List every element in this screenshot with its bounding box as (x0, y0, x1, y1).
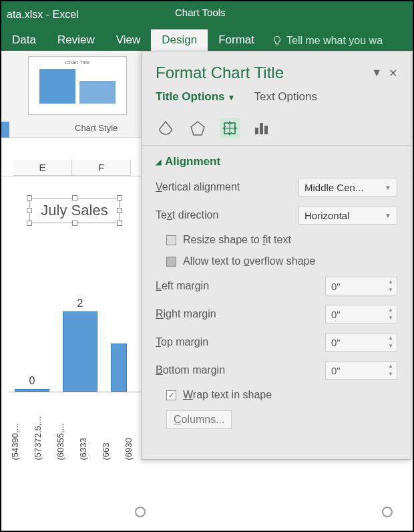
top-margin-spinner[interactable]: 0"▲▼ (325, 333, 397, 352)
close-icon[interactable]: ✕ (389, 67, 397, 80)
chart-handle[interactable] (135, 507, 146, 517)
resize-handle-s[interactable] (72, 221, 77, 226)
text-direction-dropdown[interactable]: Horizontal▼ (298, 206, 397, 225)
format-chart-title-pane: Format Chart Title ▼ ✕ Title Options▼ Te… (142, 51, 411, 460)
effects-icon[interactable] (188, 118, 208, 138)
pane-category-icons (142, 109, 411, 146)
resize-handle-nw[interactable] (27, 195, 32, 201)
wrap-text-checkbox[interactable]: Wrap text in shape (156, 389, 397, 401)
chart-bar[interactable]: 2 (63, 311, 97, 392)
column-header-e[interactable]: E (13, 160, 72, 175)
columns-button[interactable]: Columns... (166, 410, 232, 429)
left-margin-label: Left margin (156, 280, 325, 292)
svg-rect-4 (255, 128, 258, 134)
pane-options-dropdown-icon[interactable]: ▼ (371, 67, 382, 80)
resize-handle-n[interactable] (72, 195, 77, 201)
subtab-title-options[interactable]: Title Options▼ (156, 90, 235, 104)
resize-handle-ne[interactable] (117, 195, 122, 201)
resize-handle-se[interactable] (117, 221, 122, 226)
collapse-icon: ◢ (156, 158, 161, 166)
tab-review[interactable]: Review (47, 29, 106, 51)
bottom-margin-spinner[interactable]: 0"▲▼ (325, 361, 397, 380)
tab-data[interactable]: Data (1, 29, 47, 51)
right-margin-label: Right margin (156, 308, 325, 320)
data-label: 0 (15, 375, 49, 387)
thumbnail-title: Chart Title (65, 59, 89, 65)
svg-rect-6 (264, 126, 268, 134)
resize-handle-w[interactable] (27, 208, 32, 213)
subtab-text-options[interactable]: Text Options (254, 90, 317, 104)
resize-handle-sw[interactable] (27, 221, 32, 226)
fill-line-icon[interactable] (156, 118, 176, 138)
window-title: ata.xlsx - Excel (1, 9, 79, 21)
tell-me-label: Tell me what you wa (286, 35, 383, 47)
chart-bar[interactable] (111, 344, 127, 392)
size-properties-icon[interactable] (220, 118, 240, 138)
top-margin-label: Top margin (156, 336, 325, 348)
tell-me-search[interactable]: Tell me what you wa (265, 31, 389, 51)
chart-styles-group-label: Chart Style (75, 123, 118, 133)
svg-marker-0 (191, 122, 204, 135)
tab-design[interactable]: Design (151, 29, 208, 51)
column-header-f[interactable]: F (72, 160, 131, 175)
chart-title-text: July Sales (41, 202, 108, 219)
vertical-alignment-dropdown[interactable]: Middle Cen...▼ (298, 178, 397, 196)
section-alignment[interactable]: ◢ Alignment (156, 155, 397, 168)
svg-rect-5 (260, 123, 263, 134)
chart-title-object[interactable]: July Sales (29, 198, 120, 223)
chart-handle[interactable] (382, 507, 393, 517)
tab-format[interactable]: Format (208, 29, 265, 51)
resize-handle-e[interactable] (117, 208, 122, 213)
chart-tools-label: Chart Tools (175, 7, 226, 18)
data-label: 2 (63, 297, 97, 309)
ribbon-tabs: Data Review View Design Format Tell me w… (1, 28, 413, 51)
left-margin-spinner[interactable]: 0"▲▼ (325, 277, 397, 295)
right-margin-spinner[interactable]: 0"▲▼ (325, 305, 397, 323)
bottom-margin-label: Bottom margin (156, 364, 325, 376)
overflow-checkbox: Allow text to overflow shape (156, 255, 397, 267)
pane-title: Format Chart Title (156, 63, 284, 82)
text-direction-label: Text direction (156, 209, 298, 221)
title-bar: ata.xlsx - Excel Chart Tools (1, 1, 413, 28)
vertical-alignment-label: Vertical alignment (156, 181, 298, 193)
lightbulb-icon (272, 35, 282, 46)
tab-view[interactable]: View (106, 29, 152, 51)
chart-style-thumbnail[interactable]: Chart Title (28, 56, 127, 115)
chart-icon[interactable] (252, 118, 272, 138)
thumbnail-bars (39, 67, 116, 104)
resize-shape-checkbox: Resize shape to fit text (156, 234, 397, 246)
